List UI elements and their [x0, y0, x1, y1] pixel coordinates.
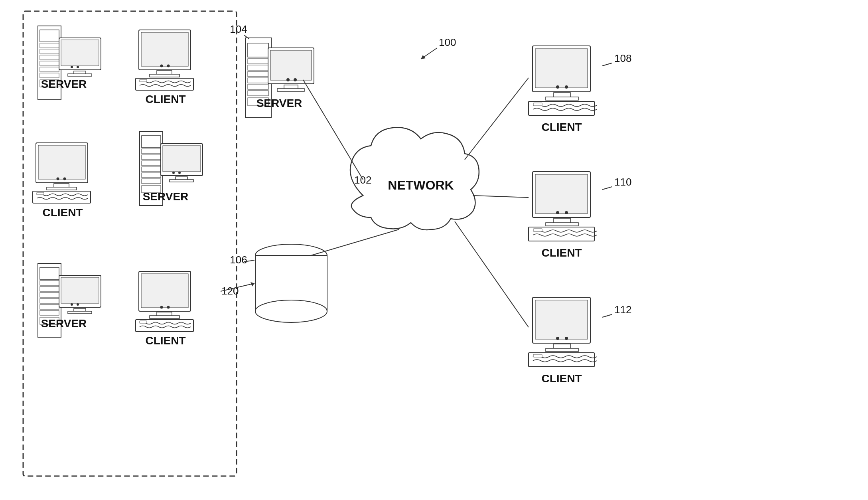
svg-rect-68	[150, 316, 180, 318]
svg-line-128	[421, 48, 437, 59]
svg-rect-120	[529, 353, 594, 367]
svg-rect-50	[40, 267, 59, 279]
svg-line-124	[311, 229, 399, 255]
svg-marker-129	[421, 55, 426, 59]
svg-rect-103	[533, 103, 542, 106]
ref-100: 100	[439, 36, 456, 48]
svg-rect-36	[142, 155, 161, 160]
ref-112: 112	[614, 304, 631, 316]
lan-server1-label: SERVER	[41, 78, 87, 90]
svg-rect-96	[533, 46, 590, 92]
svg-rect-38	[142, 167, 161, 172]
svg-point-64	[77, 303, 79, 306]
svg-rect-24	[140, 79, 147, 82]
svg-rect-81	[248, 98, 268, 106]
client-110-label: CLIENT	[541, 247, 582, 259]
svg-rect-49	[38, 263, 61, 337]
svg-rect-86	[277, 89, 304, 91]
svg-rect-53	[40, 292, 59, 297]
svg-rect-32	[37, 192, 44, 195]
ref-106: 106	[230, 254, 247, 266]
svg-rect-72	[140, 321, 147, 323]
svg-rect-121	[533, 354, 542, 357]
svg-point-92	[255, 300, 327, 322]
svg-rect-107	[554, 218, 570, 223]
svg-point-119	[565, 337, 568, 340]
svg-rect-54	[40, 298, 59, 303]
svg-rect-2	[40, 30, 59, 42]
svg-point-88	[294, 78, 297, 81]
svg-rect-9	[40, 80, 59, 87]
svg-rect-46	[170, 180, 193, 182]
svg-point-21	[160, 65, 163, 67]
svg-line-95	[244, 260, 254, 262]
svg-rect-84	[270, 50, 312, 80]
svg-line-130	[221, 283, 254, 291]
svg-rect-14	[68, 74, 92, 76]
svg-rect-111	[529, 227, 594, 241]
svg-rect-106	[535, 174, 588, 213]
svg-line-89	[244, 35, 249, 39]
svg-rect-37	[142, 161, 161, 166]
svg-rect-78	[248, 78, 268, 83]
svg-line-126	[473, 196, 529, 198]
svg-rect-75	[248, 59, 268, 64]
svg-rect-57	[40, 317, 59, 324]
svg-rect-76	[248, 65, 268, 70]
svg-point-69	[160, 306, 163, 309]
svg-rect-97	[535, 49, 588, 88]
svg-rect-13	[74, 71, 86, 74]
svg-rect-56	[40, 310, 59, 315]
svg-rect-39	[142, 173, 161, 178]
svg-point-15	[71, 66, 73, 68]
svg-rect-25	[36, 143, 88, 183]
svg-point-82	[268, 57, 273, 61]
svg-rect-40	[142, 179, 161, 184]
svg-rect-59	[59, 275, 101, 307]
svg-rect-23	[136, 78, 193, 90]
svg-rect-62	[68, 311, 92, 314]
svg-rect-112	[533, 229, 542, 231]
svg-rect-116	[554, 344, 570, 349]
svg-rect-8	[40, 73, 59, 78]
svg-point-48	[178, 172, 181, 174]
network-label: NETWORK	[388, 178, 454, 192]
svg-rect-91	[255, 255, 327, 311]
svg-rect-117	[546, 348, 578, 352]
svg-point-58	[60, 279, 64, 283]
svg-rect-6	[40, 61, 59, 66]
svg-rect-71	[136, 320, 193, 332]
svg-rect-20	[150, 74, 180, 77]
svg-point-90	[255, 244, 327, 267]
svg-rect-55	[40, 304, 59, 309]
svg-point-47	[172, 172, 175, 174]
svg-rect-85	[284, 85, 298, 89]
svg-rect-28	[47, 187, 77, 190]
svg-point-70	[167, 306, 170, 309]
svg-rect-74	[248, 43, 268, 57]
svg-rect-115	[535, 300, 588, 339]
svg-rect-60	[61, 277, 99, 303]
svg-point-101	[565, 85, 568, 89]
svg-line-125	[465, 78, 529, 160]
svg-rect-17	[139, 30, 191, 70]
svg-rect-7	[40, 67, 59, 72]
svg-rect-66	[141, 274, 188, 308]
client-108-label: CLIENT	[541, 121, 582, 133]
ref-108: 108	[614, 52, 631, 64]
svg-rect-3	[40, 43, 59, 48]
svg-point-109	[556, 211, 559, 214]
svg-rect-34	[142, 136, 161, 148]
svg-rect-45	[176, 177, 187, 180]
svg-rect-1	[38, 26, 61, 100]
svg-rect-4	[40, 49, 59, 54]
svg-rect-80	[248, 91, 268, 96]
svg-line-122	[602, 314, 612, 317]
svg-point-110	[565, 211, 568, 214]
diagram-container: SERVER CLIENT CLIENT	[0, 0, 868, 500]
svg-marker-131	[251, 282, 254, 287]
ref-104: 104	[230, 23, 247, 35]
svg-rect-67	[157, 312, 172, 316]
main-server-label: SERVER	[256, 97, 302, 109]
svg-rect-61	[74, 308, 86, 312]
